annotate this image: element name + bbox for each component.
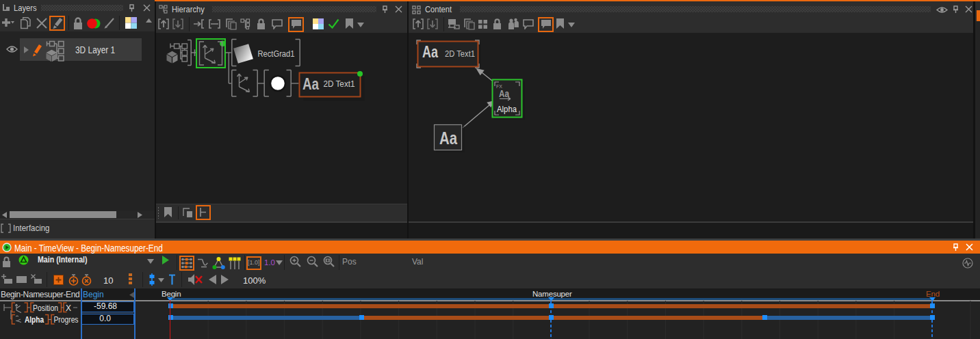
svg-text:Aa: Aa [439, 128, 458, 148]
svg-text:Aa: Aa [422, 42, 438, 61]
svg-text:2D Text1: 2D Text1 [445, 49, 475, 59]
svg-text:2D Text1: 2D Text1 [324, 79, 355, 89]
svg-text:Alpha: Alpha [497, 104, 517, 114]
svg-text:RectGrad1: RectGrad1 [258, 49, 295, 59]
svg-text:Aa: Aa [302, 74, 320, 93]
svg-text:Position: Position [33, 303, 58, 313]
svg-text:Alpha: Alpha [25, 315, 44, 325]
svg-text:X: X [66, 303, 71, 313]
svg-text:Progres: Progres [54, 315, 79, 325]
